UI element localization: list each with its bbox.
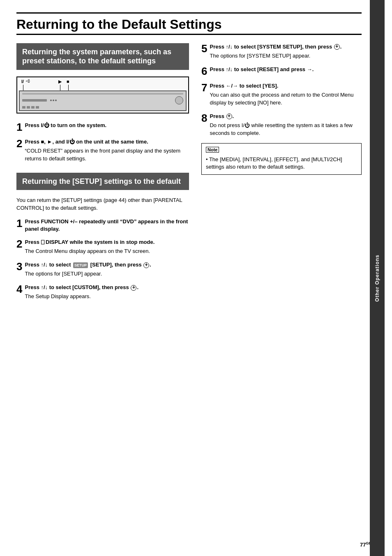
step-8: 8 Press +. Do not press I/⏻ while resett… [201,113,362,137]
section1-header: Returning the system parameters, such as… [16,43,189,70]
step-number: 2 [16,138,22,149]
step-s2-3: 3 Press ↑/↓ to select SETUP [SETUP], the… [16,261,189,278]
step-title: Press ↑/↓ to select [RESET] and press →. [210,66,314,72]
circle-plus-icon: + [334,44,340,50]
circle-plus-icon: + [143,262,149,268]
step-s2-2: 2 Press ⎕ DISPLAY while the system is in… [16,239,189,255]
step-number: 6 [201,66,207,76]
sidebar: Other Operations [370,0,385,556]
step-desc: The Control Menu display appears on the … [25,248,189,255]
step-title: Press +. [210,113,234,119]
step-title: Press ↑/↓ to select SETUP [SETUP], then … [25,262,151,268]
device-diagram: I/ ⏿ ▶ ■ [16,76,189,114]
step-title: Press ↑/↓ to select [CUSTOM], then press… [25,284,138,290]
section2-intro: You can return the [SETUP] settings (pag… [16,197,189,212]
step-number: 3 [16,261,22,272]
step-number: 4 [16,284,22,294]
note-box: Note • The [MEDIA], [INTERVAL], [EFFECT]… [201,143,362,175]
note-label: Note [206,147,219,153]
step-desc: The options for [SETUP] appear. [25,270,189,278]
page-title: Returning to the Default Settings [16,12,362,35]
step-number: 1 [16,218,22,229]
step-s2-4: 4 Press ↑/↓ to select [CUSTOM], then pre… [16,284,189,301]
step-number: 2 [16,239,22,249]
section2-header: Returning the [SETUP] settings to the de… [16,173,189,190]
step-desc: You can also quit the process and return… [210,91,362,107]
step-2: 2 Press ■, ►, and I/⏻ on the unit at the… [16,138,189,163]
sidebar-label: Other Operations [374,255,380,302]
step-number: 5 [201,43,207,54]
step-7: 7 Press ←/→ to select [YES]. You can als… [201,82,362,107]
circle-plus-icon: + [226,114,232,119]
setup-icon: SETUP [73,262,88,269]
step-1: 1 Press I/⏻ to turn on the system. [16,122,189,132]
step-title: Press ⎕ DISPLAY while the system is in s… [25,239,154,245]
step-title: Press I/⏻ to turn on the system. [25,122,106,128]
step-desc: The options for [SYSTEM SETUP] appear. [210,52,362,60]
step-number: 8 [201,113,207,123]
step-desc: Do not press I/⏻ while resetting the sys… [210,122,362,137]
step-title: Press ←/→ to select [YES]. [210,83,278,89]
step-6: 6 Press ↑/↓ to select [RESET] and press … [201,66,362,76]
step-5: 5 Press ↑/↓ to select [SYSTEM SETUP], th… [201,43,362,60]
note-text: • The [MEDIA], [INTERVAL], [EFFECT], and… [206,156,357,171]
step-number: 1 [16,122,22,132]
step-s2-1: 1 Press FUNCTION +/– repeatedly until “D… [16,218,189,233]
step-title: Press ↑/↓ to select [SYSTEM SETUP], then… [210,44,341,50]
circle-plus-icon: + [131,285,136,291]
step-number: 7 [201,82,207,93]
step-title: Press ■, ►, and I/⏻ on the unit at the s… [25,139,148,145]
step-desc: “COLD RESET” appears in the front panel … [25,147,189,163]
step-title: Press FUNCTION +/– repeatedly until “DVD… [25,218,188,232]
step-desc: The Setup Display appears. [25,293,189,301]
